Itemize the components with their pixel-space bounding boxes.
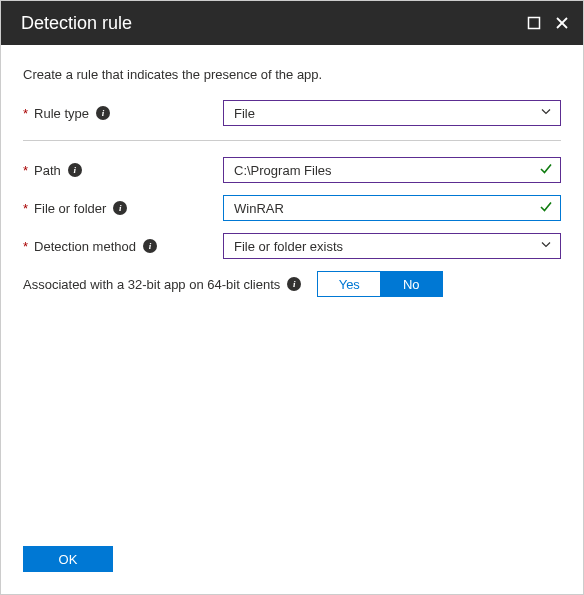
file-folder-label: * File or folder i <box>23 201 223 216</box>
divider <box>23 140 561 141</box>
titlebar: Detection rule <box>1 1 583 45</box>
toggle-no-button[interactable]: No <box>380 272 442 296</box>
checkmark-icon <box>539 200 553 217</box>
checkmark-icon <box>539 162 553 179</box>
file-folder-input[interactable] <box>223 195 561 221</box>
required-marker: * <box>23 163 28 178</box>
window-title: Detection rule <box>21 13 527 34</box>
file-folder-row: * File or folder i <box>23 195 561 221</box>
chevron-down-icon <box>540 106 552 121</box>
detection-method-value: File or folder exists <box>234 239 343 254</box>
path-label-text: Path <box>34 163 61 178</box>
associated-32bit-label: Associated with a 32-bit app on 64-bit c… <box>23 277 280 292</box>
associated-32bit-row: Associated with a 32-bit app on 64-bit c… <box>23 271 561 297</box>
info-icon[interactable]: i <box>68 163 82 177</box>
titlebar-actions <box>527 16 569 30</box>
path-field <box>223 157 561 183</box>
detection-method-row: * Detection method i File or folder exis… <box>23 233 561 259</box>
info-icon[interactable]: i <box>96 106 110 120</box>
file-folder-label-text: File or folder <box>34 201 106 216</box>
maximize-icon[interactable] <box>527 16 541 30</box>
rule-type-value: File <box>234 106 255 121</box>
info-icon[interactable]: i <box>287 277 301 291</box>
content-area: Create a rule that indicates the presenc… <box>1 45 583 530</box>
detection-method-label: * Detection method i <box>23 239 223 254</box>
footer: OK <box>1 530 583 594</box>
required-marker: * <box>23 201 28 216</box>
detection-method-field: File or folder exists <box>223 233 561 259</box>
ok-button[interactable]: OK <box>23 546 113 572</box>
path-label: * Path i <box>23 163 223 178</box>
info-icon[interactable]: i <box>113 201 127 215</box>
path-row: * Path i <box>23 157 561 183</box>
description-text: Create a rule that indicates the presenc… <box>23 67 561 82</box>
toggle-yes-button[interactable]: Yes <box>318 272 380 296</box>
rule-type-label: * Rule type i <box>23 106 223 121</box>
rule-type-field: File <box>223 100 561 126</box>
rule-type-row: * Rule type i File <box>23 100 561 126</box>
detection-method-label-text: Detection method <box>34 239 136 254</box>
close-icon[interactable] <box>555 16 569 30</box>
chevron-down-icon <box>540 239 552 254</box>
file-folder-field <box>223 195 561 221</box>
rule-type-select[interactable]: File <box>223 100 561 126</box>
path-input[interactable] <box>223 157 561 183</box>
required-marker: * <box>23 239 28 254</box>
rule-type-label-text: Rule type <box>34 106 89 121</box>
yes-no-toggle: Yes No <box>317 271 443 297</box>
info-icon[interactable]: i <box>143 239 157 253</box>
detection-method-select[interactable]: File or folder exists <box>223 233 561 259</box>
required-marker: * <box>23 106 28 121</box>
svg-rect-0 <box>529 18 540 29</box>
